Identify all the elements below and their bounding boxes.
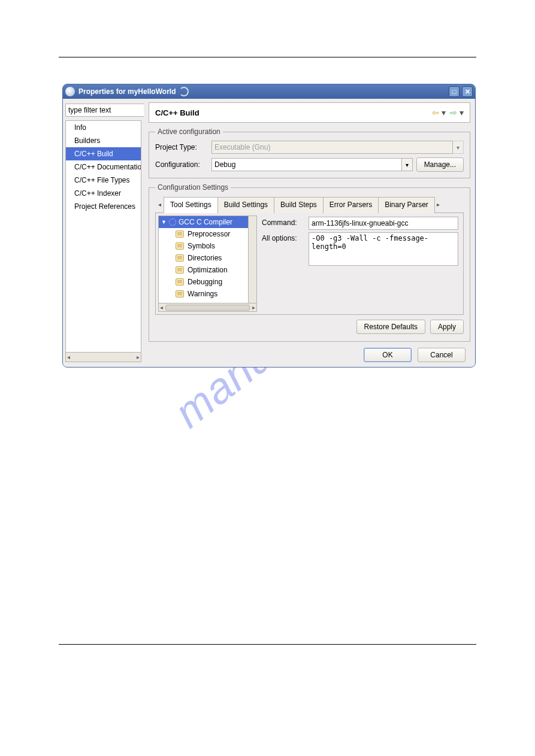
scroll-right-icon: ▸ [252,304,255,311]
nav-cpp-file-types[interactable]: C/C++ File Types [66,174,141,187]
tree-item-warnings[interactable]: Warnings [159,288,248,300]
window-title: Properties for myHelloWorld [78,87,176,96]
tool-tree: ▼ GCC C Compiler Preprocessor Symbols Di… [158,215,257,312]
tree-item-label: Directories [188,254,222,262]
tree-root-gcc-compiler[interactable]: ▼ GCC C Compiler [159,216,248,228]
tree-item-debugging[interactable]: Debugging [159,276,248,288]
ok-button[interactable]: OK [364,348,412,362]
tab-build-steps[interactable]: Build Steps [274,197,324,213]
tab-build-settings[interactable]: Build Settings [217,197,274,213]
sheet-icon [176,230,184,238]
configuration-dropdown[interactable]: ▾ [402,158,413,171]
page-title: C/C++ Build [155,108,200,117]
forward-icon[interactable]: ⇨ [450,108,457,117]
scroll-left-icon: ◂ [160,304,163,311]
close-button[interactable]: ✕ [462,86,473,97]
tool-tree-list: ▼ GCC C Compiler Preprocessor Symbols Di… [159,216,248,303]
eclipse-ring-icon [179,87,189,96]
titlebar: Properties for myHelloWorld □ ✕ [63,84,475,99]
project-type-dropdown: ▾ [453,141,464,154]
configuration-label: Configuration: [155,160,208,169]
project-type-label: Project Type: [155,143,208,151]
tab-scroll-right[interactable]: ▸ [434,196,443,212]
sheet-icon [176,266,184,274]
nav-builders[interactable]: Builders [66,134,141,147]
forward-menu-icon[interactable]: ▾ [460,108,464,117]
tree-root-label: GCC C Compiler [179,218,232,226]
nav-project-references[interactable]: Project References [66,200,141,213]
cancel-button[interactable]: Cancel [418,348,466,362]
tree-item-directories[interactable]: Directories [159,252,248,264]
scroll-left-icon: ◂ [67,354,70,360]
tree-item-label: Symbols [188,242,215,250]
tree-item-preprocessor[interactable]: Preprocessor [159,228,248,240]
tab-binary-parser[interactable]: Binary Parser [378,197,435,213]
dialog-footer: OK Cancel [149,342,470,362]
nav-cpp-indexer[interactable]: C/C++ Indexer [66,187,141,200]
command-label: Command: [262,217,304,227]
properties-dialog: Properties for myHelloWorld □ ✕ ▼ Info B… [62,84,476,368]
eclipse-app-icon [65,87,75,96]
tree-item-symbols[interactable]: Symbols [159,240,248,252]
apply-button[interactable]: Apply [430,320,464,334]
tool-settings-panel: ▼ GCC C Compiler Preprocessor Symbols Di… [155,213,464,315]
all-options-label: All options: [262,232,304,242]
gear-icon [169,218,176,226]
restore-defaults-button[interactable]: Restore Defaults [356,320,425,334]
nav-cpp-documentation[interactable]: C/C++ Documentatio [66,160,141,174]
sidebar-hscrollbar[interactable]: ◂ ▸ [65,353,141,362]
sheet-icon [176,290,184,297]
page-rule-top [59,57,476,57]
main-header: C/C++ Build ⇦▾ ⇨▾ [149,102,470,123]
tab-scroll-left[interactable]: ◂ [155,196,164,212]
nav-tree: Info Builders C/C++ Build C/C++ Document… [65,120,141,353]
tree-item-label: Preprocessor [188,230,230,238]
nav-cpp-build[interactable]: C/C++ Build [66,147,141,160]
sidebar: ▼ Info Builders C/C++ Build C/C++ Docume… [63,99,144,367]
back-menu-icon[interactable]: ▾ [442,108,446,117]
tool-form: Command: All options: -O0 -g3 -Wall -c -… [259,215,461,312]
configuration-select[interactable] [211,158,402,171]
scroll-thumb[interactable] [165,305,250,311]
all-options-textarea: -O0 -g3 -Wall -c -fmessage-length=0 [309,232,458,266]
tab-tool-settings[interactable]: Tool Settings [164,197,218,213]
maximize-button[interactable]: □ [449,86,460,97]
tree-hscrollbar[interactable]: ◂ ▸ [159,303,256,311]
settings-tabs: ◂ Tool Settings Build Settings Build Ste… [155,196,464,213]
back-icon[interactable]: ⇦ [432,108,439,117]
page-rule-bottom [59,644,476,645]
sheet-icon [176,254,184,262]
tree-vscrollbar[interactable] [248,216,256,303]
tree-item-label: Debugging [188,278,222,286]
active-configuration-legend: Active configuration [155,127,223,136]
tree-item-label: Optimization [188,266,228,274]
configuration-settings-legend: Configuration Settings [155,183,231,192]
main-panel: C/C++ Build ⇦▾ ⇨▾ Active configuration P… [144,99,475,367]
tree-item-optimization[interactable]: Optimization [159,264,248,276]
header-nav-arrows: ⇦▾ ⇨▾ [430,108,464,117]
tree-item-label: Warnings [188,290,217,298]
configuration-settings-group: Configuration Settings ◂ Tool Settings B… [149,183,470,342]
scroll-right-icon: ▸ [137,354,140,360]
nav-info[interactable]: Info [66,121,141,134]
tab-error-parsers[interactable]: Error Parsers [323,197,379,213]
sheet-icon [176,278,184,286]
active-configuration-group: Active configuration Project Type: ▾ Con… [149,127,470,178]
project-type-field [211,141,453,154]
command-input[interactable] [309,217,458,230]
sheet-icon [176,242,184,250]
manage-button[interactable]: Manage... [416,157,464,172]
tree-expand-icon: ▼ [161,219,167,225]
